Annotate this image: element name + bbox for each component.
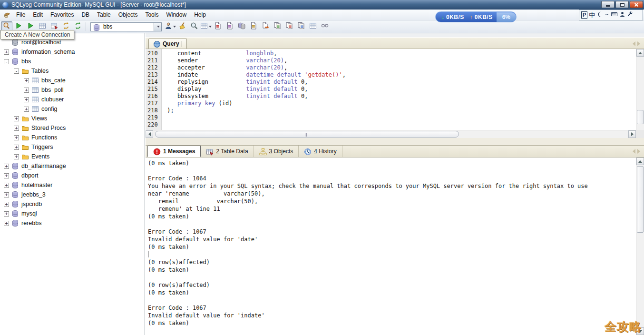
copy-table-button[interactable]	[272, 21, 283, 32]
expand-icon[interactable]: +	[14, 126, 19, 131]
expand-icon[interactable]: +	[4, 173, 9, 178]
tab-table-data[interactable]: 2 Table Data	[201, 146, 254, 157]
expand-icon[interactable]: +	[4, 183, 9, 188]
tree-item-dbport[interactable]: +dbport	[0, 171, 145, 180]
scroll-result-tabs-left-icon[interactable]	[633, 149, 635, 154]
scroll-tabs-right-icon[interactable]	[637, 41, 640, 46]
messages-output[interactable]: (0 ms taken)Error Code : 1064You have an…	[146, 158, 636, 335]
expand-icon[interactable]: +	[4, 164, 9, 169]
tree-item-views[interactable]: +Views	[0, 114, 145, 123]
expand-icon[interactable]: +	[24, 78, 29, 83]
result-tab-scroll-arrows[interactable]	[633, 149, 640, 154]
expand-icon[interactable]: +	[24, 107, 29, 112]
combo-dropdown-button[interactable]	[154, 23, 161, 31]
minimize-button[interactable]	[601, 1, 615, 8]
user-icon[interactable]	[619, 11, 625, 19]
menu-tools[interactable]: Tools	[141, 10, 162, 20]
menu-table[interactable]: Table	[93, 10, 115, 20]
soft-keyboard-icon[interactable]	[611, 11, 618, 19]
expand-icon[interactable]: +	[4, 221, 9, 226]
menu-help[interactable]: Help	[190, 10, 210, 20]
editor-vertical-scrollbar[interactable]	[636, 49, 644, 138]
expand-icon[interactable]: +	[14, 154, 19, 159]
open-sql-file-button[interactable]	[224, 21, 235, 32]
expand-icon[interactable]: +	[4, 49, 9, 55]
tree-item-jspcndb[interactable]: +jspcndb	[0, 199, 145, 209]
export-table-button[interactable]	[283, 21, 295, 32]
expand-icon[interactable]: +	[14, 145, 19, 150]
tree-item-information-schema[interactable]: +information_schema	[0, 47, 145, 57]
tree-item-bbs[interactable]: -bbs	[0, 57, 145, 66]
tree-item-stored-procs[interactable]: +Stored Procs	[0, 123, 145, 133]
expand-icon[interactable]: +	[24, 97, 29, 102]
messages-vscroll-thumb[interactable]	[637, 166, 644, 233]
scroll-up-button[interactable]	[636, 49, 644, 57]
input-method-bar[interactable]: P 中	[579, 10, 643, 20]
tree-item-config[interactable]: +config	[0, 104, 145, 114]
user-manager-button[interactable]	[165, 21, 176, 32]
tree-item-hotelmaster[interactable]: +hotelmaster	[0, 180, 145, 190]
tab-query[interactable]: Query	[148, 39, 187, 49]
collapse-icon[interactable]: -	[4, 59, 9, 64]
scroll-result-tabs-right-icon[interactable]	[637, 149, 640, 154]
scroll-left-button[interactable]	[146, 130, 153, 138]
tree-item-mysql[interactable]: +mysql	[0, 209, 145, 218]
expand-icon[interactable]: +	[4, 192, 9, 197]
menu-objects[interactable]: Objects	[115, 10, 142, 20]
tab-history[interactable]: 4 History	[299, 146, 342, 157]
result-grid-button[interactable]	[307, 21, 319, 32]
object-browser-tree[interactable]: root@localhost+information_schema-bbs-Ta…	[0, 33, 145, 335]
editor-hscroll-thumb[interactable]	[155, 131, 459, 138]
menu-file[interactable]: File	[12, 10, 29, 20]
import-sql-button[interactable]	[212, 21, 224, 32]
tree-item-jeebbs-3[interactable]: +jeebbs_3	[0, 190, 145, 199]
schema-designer-button[interactable]	[200, 21, 212, 32]
messages-vertical-scrollbar[interactable]	[636, 158, 644, 335]
flush-tools-button[interactable]	[176, 21, 188, 32]
expand-icon[interactable]: +	[24, 88, 29, 93]
tree-item-rerebbs[interactable]: +rerebbs	[0, 218, 145, 228]
editor-vscroll-thumb[interactable]	[637, 110, 644, 124]
copy-database-button[interactable]	[236, 21, 247, 32]
schema-sync-button[interactable]	[260, 21, 271, 32]
chinese-mode-icon[interactable]: 中	[589, 11, 595, 20]
menu-favorites[interactable]: Favorites	[47, 10, 78, 20]
tree-item-bbs-cate[interactable]: +bbs_cate	[0, 76, 145, 85]
tab-scroll-arrows[interactable]	[633, 41, 640, 46]
messages-scroll-up-button[interactable]	[636, 158, 644, 165]
tree-item-events[interactable]: +Events	[0, 152, 145, 161]
tree-item-clubuser[interactable]: +clubuser	[0, 95, 145, 104]
menu-edit[interactable]: Edit	[29, 10, 47, 20]
wrench-icon[interactable]	[627, 11, 633, 19]
tree-item-bbs-poll[interactable]: +bbs_poll	[0, 85, 145, 95]
horizontal-splitter[interactable]	[146, 138, 644, 145]
pinyin-indicator-icon[interactable]: P	[581, 11, 587, 19]
tab-objects[interactable]: 3 Objects	[254, 146, 299, 157]
scroll-tabs-left-icon[interactable]	[633, 41, 635, 46]
backup-database-button[interactable]	[248, 21, 259, 32]
tree-item-functions[interactable]: +Functions	[0, 133, 145, 142]
maximize-button[interactable]	[615, 1, 629, 8]
close-button[interactable]	[630, 1, 643, 8]
query-line: 219	[146, 114, 636, 121]
editor-horizontal-scrollbar[interactable]	[146, 130, 636, 138]
tree-item-tables[interactable]: -Tables	[0, 66, 145, 76]
tree-item-db-affairmanage[interactable]: +db_affairmanage	[0, 161, 145, 171]
expand-icon[interactable]: +	[4, 202, 9, 207]
expand-icon[interactable]: +	[14, 135, 19, 140]
tab-messages[interactable]: 1 Messages	[147, 146, 201, 157]
network-speed-widget[interactable]: ↓ 0KB/S ↑ 0KB/S 6%	[435, 11, 517, 22]
collapse-icon[interactable]: -	[14, 69, 19, 74]
menu-db[interactable]: DB	[78, 10, 93, 20]
query-builder-button[interactable]	[188, 21, 200, 32]
database-selector[interactable]: bbs	[90, 22, 162, 31]
moon-icon[interactable]	[596, 11, 603, 19]
sql-editor[interactable]: 210 content longblob,211 sender varchar(…	[146, 49, 636, 130]
expand-icon[interactable]: +	[14, 116, 19, 121]
expand-icon[interactable]: +	[4, 211, 9, 217]
tree-item-triggers[interactable]: +Triggers	[0, 142, 145, 152]
foreign-key-relations-button[interactable]	[319, 21, 331, 32]
menu-window[interactable]: Window	[162, 10, 190, 20]
import-external-data-button[interactable]	[295, 21, 307, 32]
scroll-right-button[interactable]	[628, 130, 636, 138]
